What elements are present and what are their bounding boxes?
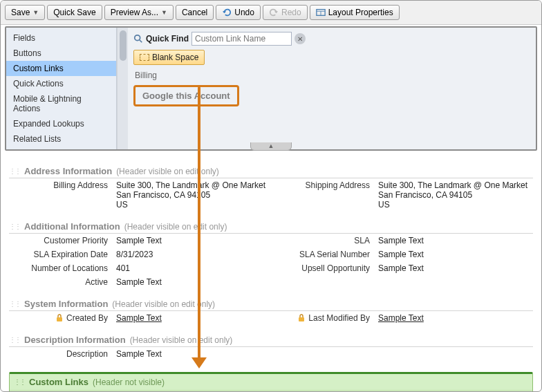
field-label: Last Modified By: [271, 313, 378, 323]
field-value: Sample Text: [378, 313, 533, 323]
field-value: Sample Text: [378, 250, 533, 259]
sidebar-item-custom-links[interactable]: Custom Links: [6, 61, 116, 76]
sidebar-item-expanded-lookups[interactable]: Expanded Lookups: [6, 116, 116, 131]
field-label: Upsell Opportunity: [271, 263, 378, 273]
quick-save-button[interactable]: Quick Save: [47, 5, 102, 20]
scrollbar-thumb[interactable]: [120, 30, 127, 61]
section-title: System Information: [24, 299, 108, 309]
lock-icon: [297, 314, 306, 322]
sidebar-scrollbar[interactable]: [117, 28, 128, 149]
palette-panel: Fields Buttons Custom Links Quick Action…: [5, 26, 537, 151]
section-note: (Header visible on edit only): [130, 335, 233, 345]
section-system: ⋮⋮System Information(Header visible on e…: [9, 299, 533, 325]
field-value: Sample Text: [116, 236, 271, 245]
field-label: SLA Serial Number: [271, 250, 378, 259]
field-value: Suite 300, The Landmark @ One Market San…: [378, 180, 533, 209]
palette-item-billing[interactable]: Billing: [133, 68, 530, 82]
drag-grip-icon[interactable]: ⋮⋮: [9, 336, 20, 344]
palette-sidebar: Fields Buttons Custom Links Quick Action…: [6, 28, 117, 149]
dropdown-arrow-icon: ▼: [32, 9, 39, 16]
field-value: Suite 300, The Landmark @ One Market San…: [116, 180, 271, 209]
svg-rect-6: [299, 317, 304, 321]
section-address: ⋮⋮Address Information(Header visible on …: [9, 166, 533, 212]
sidebar-item-fields[interactable]: Fields: [6, 30, 116, 46]
preview-as-button[interactable]: Preview As...▼: [104, 5, 174, 20]
blank-space-icon: [140, 54, 149, 61]
section-note: (Header visible on edit only): [124, 222, 227, 232]
save-button[interactable]: Save▼: [5, 5, 45, 20]
drag-grip-icon[interactable]: ⋮⋮: [9, 300, 20, 308]
layout-sections: ⋮⋮Address Information(Header visible on …: [1, 155, 541, 392]
section-description: ⋮⋮Description Information(Header visible…: [9, 335, 533, 361]
section-note: (Header not visible): [93, 377, 165, 387]
field-label: SLA: [271, 236, 378, 245]
layout-icon: [316, 8, 326, 17]
field-value: Sample Text: [116, 313, 271, 323]
quick-find-label: Quick Find: [146, 34, 189, 44]
svg-rect-5: [57, 317, 62, 321]
lock-icon: [55, 314, 64, 322]
section-note: (Header visible on edit only): [116, 167, 219, 176]
field-label: Billing Address: [9, 180, 116, 209]
drag-grip-icon[interactable]: ⋮⋮: [14, 378, 25, 386]
palette-collapse-handle[interactable]: ▲: [250, 142, 292, 151]
annotation-arrow-head: [191, 357, 207, 368]
field-value: 8/31/2023: [116, 250, 271, 259]
field-value: Sample Text: [116, 277, 271, 287]
section-title: Custom Links: [29, 377, 88, 387]
svg-line-4: [140, 40, 142, 43]
field-label: Number of Locations: [9, 263, 116, 273]
sidebar-item-related-lists[interactable]: Related Lists: [6, 131, 116, 147]
redo-button[interactable]: Redo: [263, 5, 308, 20]
quick-find-input[interactable]: [191, 32, 292, 46]
dropdown-arrow-icon: ▼: [161, 9, 167, 16]
sidebar-item-quick-actions[interactable]: Quick Actions: [6, 76, 116, 91]
blank-space-item[interactable]: Blank Space: [133, 50, 205, 65]
clear-icon[interactable]: ✕: [295, 33, 306, 44]
section-custom-links: ⋮⋮Custom Links(Header not visible) Billi…: [9, 372, 533, 392]
field-label: Shipping Address: [271, 180, 378, 209]
search-icon: [133, 34, 143, 44]
palette-content: Quick Find ✕ Blank Space Billing Google …: [128, 28, 536, 149]
undo-button[interactable]: Undo: [216, 5, 261, 20]
drag-grip-icon[interactable]: ⋮⋮: [9, 167, 20, 175]
field-label: Active: [9, 277, 116, 287]
field-label: Description: [9, 349, 116, 359]
field-value: 401: [116, 263, 271, 273]
field-value: Sample Text: [378, 263, 533, 273]
sidebar-item-buttons[interactable]: Buttons: [6, 46, 116, 61]
layout-properties-button[interactable]: Layout Properties: [310, 5, 400, 20]
section-title: Description Information: [24, 335, 126, 345]
drag-grip-icon[interactable]: ⋮⋮: [9, 223, 20, 230]
svg-point-3: [135, 35, 140, 41]
toolbar: Save▼ Quick Save Preview As...▼ Cancel U…: [1, 1, 541, 25]
section-title: Address Information: [24, 166, 112, 176]
sidebar-item-mobile-lightning-actions[interactable]: Mobile & Lightning Actions: [6, 91, 116, 116]
field-label: Customer Priority: [9, 236, 116, 245]
section-title: Additional Information: [24, 221, 120, 232]
cancel-button[interactable]: Cancel: [176, 5, 214, 20]
field-label: Created By: [9, 313, 116, 323]
section-additional: ⋮⋮Additional Information(Header visible …: [9, 221, 533, 289]
field-label: SLA Expiration Date: [9, 250, 116, 259]
annotation-arrow: [198, 86, 200, 362]
palette-item-google-this-account[interactable]: Google this Account: [133, 85, 239, 106]
redo-icon: [269, 8, 279, 17]
undo-icon: [222, 8, 232, 17]
field-value: Sample Text: [378, 236, 533, 245]
